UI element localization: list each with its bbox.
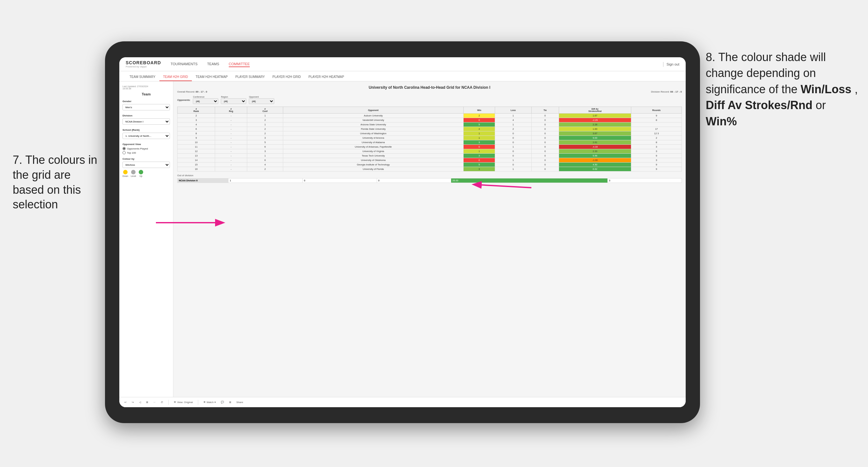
toolbar-grid-icon[interactable]: ⊞	[228, 400, 232, 404]
logo-sub: Powered by clippd	[126, 65, 161, 68]
legend-up-label: Up	[140, 175, 142, 177]
cell-win: 1	[464, 131, 495, 136]
cell-reg: -	[215, 149, 247, 154]
cell-reg: -	[215, 122, 247, 127]
cell-win: 1	[464, 136, 495, 140]
cell-rank: 9	[178, 136, 215, 140]
cell-loss: 1	[495, 122, 531, 127]
toolbar-undo[interactable]: ↩	[123, 400, 128, 404]
cell-reg: -	[215, 127, 247, 131]
nav-links: TOURNAMENTS TEAMS COMMITTEE	[170, 61, 662, 67]
opponent-filter-select[interactable]: (All)	[249, 98, 274, 104]
cell-conf: 2	[247, 131, 283, 136]
sidebar-timestamp: Last Updated: 27/03/202416:55:38	[123, 85, 170, 90]
toolbar-comment[interactable]: 💬	[220, 400, 225, 404]
col-opponent: Opponent	[283, 107, 463, 114]
cell-rank: 15	[178, 162, 215, 167]
cell-rounds: 12 3	[631, 131, 682, 136]
top-nav: SCOREBOARD Powered by clippd TOURNAMENTS…	[119, 57, 686, 71]
cell-conf: 4	[247, 162, 283, 167]
radio-label-opponents: Opponents Played	[127, 147, 148, 150]
cell-diff: 1.67	[559, 114, 631, 118]
sidebar-school-section: School (Rank) 1. University of North...	[123, 128, 170, 139]
cell-diff: -2.29	[559, 118, 631, 122]
toolbar-view[interactable]: 👁 View: Original	[173, 400, 194, 404]
legend-down-circle	[123, 170, 128, 174]
opponents-filter-label: Opponents:	[177, 99, 190, 101]
out-tie: 0	[377, 179, 451, 183]
toolbar-redo[interactable]: ↪	[130, 400, 135, 404]
tab-player-summary[interactable]: PLAYER SUMMARY	[231, 73, 269, 81]
filter-row: Opponents: Conference (All) Region (All)	[177, 96, 682, 104]
out-of-division-label: Out of division	[177, 174, 682, 177]
tab-team-summary[interactable]: TEAM SUMMARY	[126, 73, 159, 81]
nav-tournaments[interactable]: TOURNAMENTS	[170, 61, 197, 67]
cell-rank: 3	[178, 118, 215, 122]
sign-out-link[interactable]: Sign out	[666, 62, 679, 66]
conf-filter-select[interactable]: (All)	[193, 98, 218, 104]
cell-loss: 2	[495, 127, 531, 131]
cell-reg: -	[215, 118, 247, 122]
cell-opponent: Auburn University	[283, 114, 463, 118]
cell-tie: 0	[531, 149, 559, 154]
main-content: Last Updated: 27/03/202416:55:38 Team Ge…	[119, 82, 686, 397]
cell-conf: 3	[247, 149, 283, 154]
cell-tie: 0	[531, 167, 559, 172]
cell-diff: 9.00	[559, 136, 631, 140]
cell-reg: -	[215, 131, 247, 136]
tab-player-h2h-heatmap[interactable]: PLAYER H2H HEATMAP	[305, 73, 348, 81]
toolbar-back[interactable]: ◁	[138, 400, 142, 404]
toolbar-crop[interactable]: ⊞	[145, 400, 150, 404]
sidebar-school-label: School (Rank)	[123, 128, 170, 131]
toolbar-more[interactable]: ···	[152, 400, 157, 404]
sidebar-gender-section: Gender Men's	[123, 100, 170, 111]
grid-area: University of North Carolina Head-to-Hea…	[174, 82, 686, 397]
toolbar-sep2	[198, 400, 198, 405]
cell-diff: 4.50	[559, 162, 631, 167]
radio-opponents-played[interactable]: Opponents Played	[123, 147, 170, 150]
cell-loss: 0	[495, 140, 531, 145]
region-filter-select[interactable]: (All)	[221, 98, 246, 104]
annotation-winloss: Win/Loss	[801, 83, 851, 96]
tab-team-h2h-heatmap[interactable]: TEAM H2H HEATMAP	[192, 73, 231, 81]
col-reg: #Reg	[215, 107, 247, 114]
table-row: 3 - 2 Vanderbilt University 0 4 0 -2.29 …	[178, 118, 682, 122]
col-rank: #Rank	[178, 107, 215, 114]
nav-teams[interactable]: TEAMS	[207, 61, 219, 67]
out-diff: 26.00	[451, 179, 608, 183]
cell-rounds: 8	[631, 118, 682, 122]
toolbar-watch[interactable]: 👁 Watch ▾	[202, 400, 217, 404]
cell-conf: 1	[247, 122, 283, 127]
cell-opponent: Georgia Institute of Technology	[283, 162, 463, 167]
out-division-name: NCAA Division II	[178, 179, 228, 183]
cell-reg: -	[215, 162, 247, 167]
cell-loss: 1	[495, 167, 531, 172]
radio-top100[interactable]: Top 100	[123, 151, 170, 154]
toolbar-clock[interactable]: ⏱	[159, 400, 164, 404]
table-row: 8 - 2 University of Washington 1 0 0 3.6…	[178, 131, 682, 136]
annotation-right: 8. The colour shade will change dependin…	[706, 49, 859, 129]
tablet-screen: SCOREBOARD Powered by clippd TOURNAMENTS…	[119, 57, 686, 407]
cell-diff: -4.33	[559, 145, 631, 149]
colour-by-select[interactable]: Win/loss	[123, 162, 170, 168]
nav-committee[interactable]: COMMITTEE	[229, 61, 250, 67]
cell-conf: 2	[247, 167, 283, 172]
tab-player-h2h-grid[interactable]: PLAYER H2H GRID	[269, 73, 305, 81]
tab-team-h2h-grid[interactable]: TEAM H2H GRID	[159, 73, 192, 81]
school-select[interactable]: 1. University of North...	[123, 133, 170, 139]
col-tie: Tie	[531, 107, 559, 114]
annotation-winpct: Win%	[706, 115, 737, 128]
toolbar-share[interactable]: Share	[235, 400, 244, 404]
division-select[interactable]: NCAA Division I	[123, 118, 170, 125]
annotation-left: 7. The colours in the grid are based on …	[13, 153, 102, 212]
cell-loss: 1	[495, 158, 531, 162]
opponent-filter-label: Opponent	[249, 96, 274, 98]
gender-select[interactable]: Men's	[123, 104, 170, 111]
cell-rounds: 3	[631, 158, 682, 162]
legend-level-circle	[131, 170, 135, 174]
cell-win: 0	[464, 118, 495, 122]
grid-subtitle: Overall Record: 89 - 17 - 0 Division Rec…	[177, 90, 682, 93]
h2h-table: #Rank #Reg #Conf Opponent Win Loss Tie D…	[177, 106, 682, 172]
legend-up: Up	[139, 170, 143, 177]
legend-up-circle	[139, 170, 143, 174]
